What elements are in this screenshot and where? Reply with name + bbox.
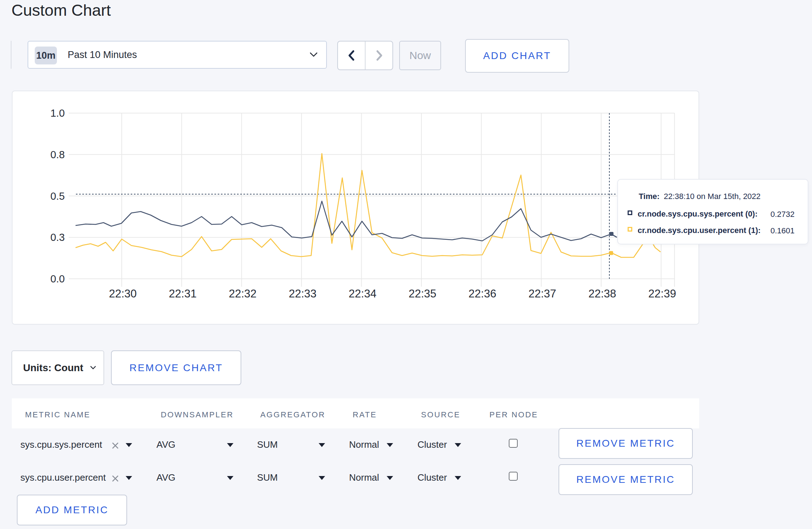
svg-text:22:38: 22:38: [588, 287, 616, 300]
svg-text:22:31: 22:31: [169, 287, 197, 300]
svg-text:0.5: 0.5: [50, 190, 65, 202]
svg-text:22:33: 22:33: [289, 287, 316, 300]
svg-text:22:34: 22:34: [349, 287, 377, 300]
svg-text:1.0: 1.0: [50, 107, 65, 119]
svg-text:0.8: 0.8: [50, 149, 65, 160]
svg-text:22:39: 22:39: [648, 287, 676, 300]
svg-text:0.0: 0.0: [50, 273, 65, 285]
svg-text:22:32: 22:32: [229, 287, 257, 300]
svg-text:22:37: 22:37: [528, 287, 556, 300]
svg-text:22:35: 22:35: [409, 287, 436, 300]
svg-text:22:36: 22:36: [469, 287, 497, 300]
svg-text:0.3: 0.3: [50, 232, 65, 243]
svg-text:22:30: 22:30: [109, 287, 137, 300]
